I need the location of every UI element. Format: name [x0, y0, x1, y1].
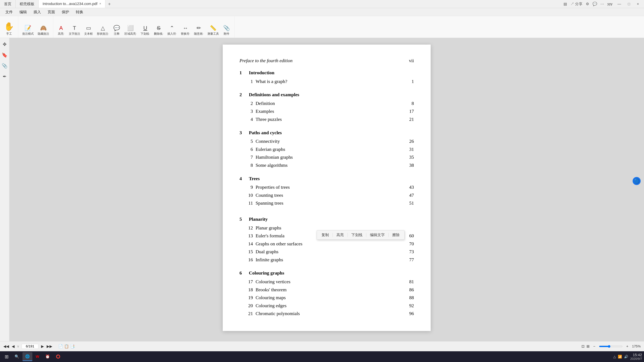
- ribbon-mode-button[interactable]: ✋ 手工: [3, 21, 16, 36]
- tab-pdf[interactable]: Introduction to...ava1234.com.pdf ×: [38, 0, 105, 8]
- ribbon-measure[interactable]: 📏 测量工具: [206, 24, 220, 36]
- menu-insert[interactable]: 插入: [30, 8, 44, 16]
- ribbon-freehand[interactable]: ✏ 随意画·: [193, 24, 205, 36]
- ribbon-attachment[interactable]: 📎 附件: [222, 24, 232, 36]
- layout-icon[interactable]: ▤: [564, 2, 567, 6]
- menu-page[interactable]: 页面: [44, 8, 58, 16]
- ribbon-insert-mark[interactable]: ⌃ 插入符·: [166, 24, 178, 36]
- ribbon-mode-section: ✋ 手工: [0, 16, 18, 38]
- ribbon-textbox[interactable]: ▭ 文本框: [83, 24, 94, 36]
- ribbon-annotate-section: 📝 批注模式 🙈 隐藏批注: [18, 16, 53, 38]
- tab-home[interactable]: 首页: [0, 0, 16, 8]
- zoom-in-button[interactable]: +: [624, 344, 630, 349]
- wps-taskbar-button[interactable]: W: [33, 352, 42, 361]
- section-3-2-num: 6: [243, 145, 253, 153]
- ctx-erase[interactable]: 擦除: [389, 231, 403, 239]
- scroll-view[interactable]: 📑: [70, 344, 75, 349]
- start-button[interactable]: ⊞: [2, 352, 11, 361]
- section-6-5-page: 96: [406, 310, 414, 318]
- title-bar-right: ▤ ↗ 分享 ⚙ 💬 ⋯ yyy — □ ×: [564, 1, 644, 7]
- volume-icon[interactable]: 🔊: [624, 355, 628, 359]
- sidebar-bookmark-icon[interactable]: 🔖: [1, 51, 8, 59]
- menu-file[interactable]: 文件: [2, 8, 16, 16]
- minimize-button[interactable]: —: [616, 1, 623, 7]
- more-icon[interactable]: ⋯: [600, 2, 604, 6]
- next-page-button[interactable]: ▶: [41, 344, 44, 349]
- fit-width-button[interactable]: ⊞: [586, 344, 590, 349]
- menu-convert[interactable]: 转换: [72, 8, 86, 16]
- ctx-edit-text[interactable]: 编辑文字: [366, 231, 388, 239]
- ribbon-batch-annotate[interactable]: 📝 批注模式: [21, 24, 35, 36]
- ribbon-note[interactable]: 💬 注释: [112, 24, 122, 36]
- network-icon[interactable]: 📶: [618, 355, 622, 359]
- last-page-button[interactable]: ▶▶: [46, 344, 52, 349]
- ribbon-hide-annotate[interactable]: 🙈 隐藏批注: [36, 24, 50, 36]
- menu-bar: 文件 编辑 插入 页面 保护 转换: [0, 8, 644, 16]
- ribbon-text-annotate[interactable]: T 文字批注: [68, 24, 82, 36]
- help-button[interactable]: 🔵: [632, 177, 641, 185]
- chapter-4-title: Trees: [249, 175, 414, 183]
- menu-edit[interactable]: 编辑: [16, 8, 30, 16]
- tab-add-button[interactable]: +: [105, 0, 113, 8]
- section-3-4-page: 38: [406, 161, 414, 169]
- page-label-v: v: [17, 345, 19, 348]
- page-nav-group: ◀◀ ◀ v ▶ ▶▶: [3, 344, 52, 349]
- section-3-1-num: 5: [243, 137, 253, 145]
- first-page-button[interactable]: ◀◀: [3, 344, 9, 349]
- prev-page-button[interactable]: ◀: [12, 344, 14, 349]
- tab-template[interactable]: 稻壳模板: [16, 0, 38, 8]
- wps-icon: W: [36, 355, 39, 359]
- two-page-view[interactable]: 📋: [64, 344, 69, 349]
- section-4-3-title: Spanning trees: [256, 199, 406, 207]
- menu-protect[interactable]: 保护: [58, 8, 72, 16]
- sidebar-attachment-icon[interactable]: 📎: [1, 62, 8, 69]
- ribbon-strikethrough[interactable]: S 删除线·: [152, 24, 165, 36]
- section-2-1: 2 Definition 8: [240, 99, 414, 107]
- comment-icon[interactable]: 💬: [592, 2, 597, 6]
- section-6-1-num: 17: [243, 278, 253, 286]
- section-3-4-num: 8: [243, 161, 253, 169]
- taskbar-right: △ 📶 🔊 15:42 2020/9/7: [613, 353, 642, 361]
- zoom-slider[interactable]: [599, 345, 622, 348]
- close-button[interactable]: ×: [635, 1, 641, 7]
- tab-close-icon[interactable]: ×: [100, 2, 101, 5]
- insert-mark-icon: ⌃: [170, 25, 174, 31]
- zoom-out-button[interactable]: −: [592, 344, 597, 349]
- section-5-5-num: 16: [243, 256, 253, 264]
- clock-taskbar-button[interactable]: ⏰: [42, 352, 52, 361]
- maximize-button[interactable]: □: [626, 1, 632, 7]
- ctx-copy[interactable]: 复制: [318, 231, 332, 239]
- ribbon-replace-mark[interactable]: ↔ 替换符·: [180, 24, 192, 36]
- section-3-1: 5 Connectivity 26: [240, 137, 414, 145]
- ribbon-underline[interactable]: U 下划线·: [139, 24, 151, 36]
- sidebar-signature-icon[interactable]: ✒: [1, 73, 8, 80]
- section-3-2: 6 Eulerian graphs 31: [240, 145, 414, 153]
- note-icon: 💬: [113, 25, 120, 31]
- section-1-1-num: 1: [243, 77, 253, 85]
- sidebar-select-icon[interactable]: ✥: [1, 40, 8, 48]
- preface-title: Preface to the fourth edition: [240, 58, 406, 63]
- app5-taskbar-button[interactable]: ⭕: [53, 352, 63, 361]
- page-number-input[interactable]: [22, 344, 38, 349]
- preface-page: vii: [406, 58, 414, 63]
- section-6-2: 18 Brooks' theorem 86: [240, 286, 414, 294]
- search-icon: 🔍: [14, 355, 19, 359]
- ribbon-shape[interactable]: △ 形状批注·: [96, 24, 110, 36]
- ribbon-highlight[interactable]: A 高亮·: [56, 24, 66, 36]
- ctx-highlight[interactable]: 高亮: [333, 231, 347, 239]
- search-button[interactable]: 🔍: [12, 352, 22, 361]
- section-4-1-title: Properties of trees: [256, 183, 406, 191]
- tray-arrow-icon[interactable]: △: [613, 355, 616, 359]
- ctx-sep-3: [366, 233, 366, 237]
- chapter-6-num: 6: [240, 269, 246, 277]
- title-bar: 首页 稻壳模板 Introduction to...ava1234.com.pd…: [0, 0, 644, 8]
- ribbon-area-highlight[interactable]: ⬜ 区域高亮·: [123, 24, 138, 36]
- settings-icon[interactable]: ⚙: [586, 2, 589, 6]
- fit-page-button[interactable]: ⊡: [582, 344, 584, 349]
- share-icon[interactable]: ↗ 分享: [570, 1, 582, 6]
- ctx-underline[interactable]: 下划线: [348, 231, 366, 239]
- section-1-1-title: What is a graph?: [256, 77, 406, 85]
- chrome-taskbar-button[interactable]: 🌐: [22, 352, 32, 361]
- system-clock[interactable]: 15:42 2020/9/7: [630, 353, 642, 361]
- single-page-view[interactable]: 📄: [58, 344, 63, 349]
